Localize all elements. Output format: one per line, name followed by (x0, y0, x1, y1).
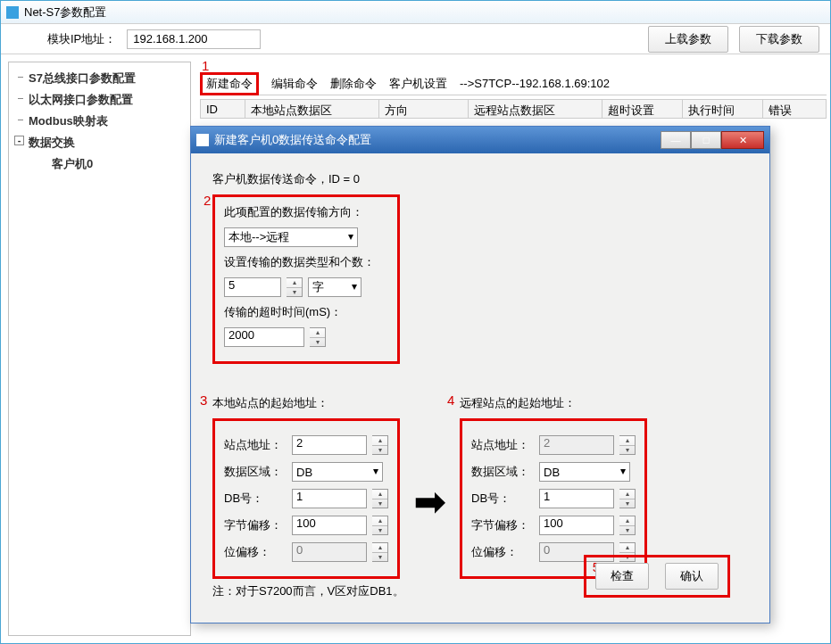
minimize-button[interactable]: — (661, 131, 691, 149)
tree-modbus[interactable]: Modbus映射表 (12, 111, 187, 132)
type-unit-select[interactable]: 字 (308, 277, 361, 297)
dialog-footer: 检查 确认 (584, 555, 730, 598)
command-table-header: ID 本地站点数据区 方向 远程站点数据区 超时设置 执行时间 错误 (200, 99, 827, 119)
dialog-body: 客户机数据传送命令，ID = 0 2 此项配置的数据传输方向： 本地-->远程 … (191, 153, 769, 623)
tree-dataswap[interactable]: - 数据交换 (12, 132, 187, 153)
window-buttons: — □ ✕ (661, 131, 764, 149)
r-db-input[interactable]: 1 (539, 489, 614, 508)
l-bit-spin: ▴▾ (372, 542, 388, 562)
maximize-button[interactable]: □ (691, 131, 721, 149)
close-button[interactable]: ✕ (721, 131, 764, 149)
l-station-spin[interactable]: ▴▾ (372, 435, 388, 455)
r-byte-input[interactable]: 100 (539, 516, 614, 535)
l-byte-spin[interactable]: ▴▾ (372, 516, 388, 535)
th-exec: 执行时间 (683, 100, 763, 118)
r-db-label: DB号： (471, 491, 534, 507)
l-bit-label: 位偏移： (224, 544, 287, 560)
th-remote: 远程站点数据区 (469, 100, 602, 118)
tree-ethernet[interactable]: 以太网接口参数配置 (12, 89, 187, 111)
command-toolbar: 新建命令 编辑命令 删除命令 客户机设置 -->S7TCP--192.168.1… (200, 74, 827, 95)
cmd-new[interactable]: 新建命令 (200, 72, 259, 95)
th-local: 本地站点数据区 (245, 100, 379, 118)
l-db-spin[interactable]: ▴▾ (372, 489, 388, 508)
cmd-client-settings[interactable]: 客户机设置 (389, 76, 447, 92)
th-err: 错误 (763, 100, 826, 118)
l-station-input[interactable]: 2 (292, 435, 367, 455)
type-label: 设置传输的数据类型和个数： (224, 254, 388, 270)
ip-input[interactable]: 192.168.1.200 (127, 29, 261, 49)
l-byte-label: 字节偏移： (224, 517, 287, 533)
r-station-spin: ▴▾ (619, 435, 636, 455)
l-station-label: 站点地址： (224, 437, 287, 453)
address-bar: 模块IP地址： 192.168.1.200 上载参数 下载参数 (1, 24, 830, 54)
type-count-input[interactable]: 5 (224, 277, 281, 297)
l-area-label: 数据区域： (224, 464, 287, 480)
direction-select[interactable]: 本地-->远程 (224, 227, 358, 247)
l-bit-input: 0 (292, 542, 367, 562)
cmd-path: -->S7TCP--192.168.1.69:102 (460, 77, 610, 90)
ok-button[interactable]: 确认 (665, 563, 719, 590)
annotation-1: 1 (202, 58, 209, 73)
local-frame: 站点地址： 2 ▴▾ 数据区域： DB DB号： 1 ▴▾ 字节偏移： 100 … (212, 418, 400, 579)
remote-heading: 远程站点的起始地址： (460, 395, 647, 411)
tree-s7bus[interactable]: S7总线接口参数配置 (12, 68, 187, 89)
dialog-icon (196, 134, 209, 146)
arrow-icon: ➡ (414, 480, 445, 524)
local-address-section: 3 本地站点的起始地址： 站点地址： 2 ▴▾ 数据区域： DB DB号： 1 … (212, 376, 400, 591)
timeout-label: 传输的超时时间(mS)： (224, 304, 388, 320)
th-timeout: 超时设置 (602, 100, 683, 118)
r-byte-spin[interactable]: ▴▾ (619, 516, 636, 535)
new-command-dialog: 新建客户机0数据传送命令配置 — □ ✕ 客户机数据传送命令，ID = 0 2 … (190, 126, 770, 623)
annotation-3: 3 (200, 392, 207, 408)
annotation-4: 4 (447, 392, 454, 408)
dialog-note: 注：对于S7200而言，V区对应DB1。 (212, 583, 404, 599)
tree-dataswap-label: 数据交换 (29, 136, 75, 149)
dialog-titlebar: 新建客户机0数据传送命令配置 — □ ✕ (191, 127, 769, 153)
timeout-spinner[interactable]: ▴▾ (310, 327, 326, 347)
cmd-delete[interactable]: 删除命令 (330, 76, 377, 92)
r-area-label: 数据区域： (471, 464, 534, 480)
tree-toggle-icon[interactable]: - (14, 136, 24, 145)
section-transfer-config: 此项配置的数据传输方向： 本地-->远程 设置传输的数据类型和个数： 5 ▴▾ … (212, 194, 400, 364)
dialog-heading: 客户机数据传送命令，ID = 0 (212, 171, 748, 187)
main-window: Net-S7参数配置 模块IP地址： 192.168.1.200 上载参数 下载… (0, 0, 831, 644)
dialog-title: 新建客户机0数据传送命令配置 (214, 132, 371, 148)
l-db-label: DB号： (224, 491, 287, 507)
r-station-label: 站点地址： (471, 437, 534, 453)
app-icon (6, 6, 19, 19)
l-byte-input[interactable]: 100 (292, 516, 367, 535)
l-area-select[interactable]: DB (292, 462, 383, 482)
direction-label: 此项配置的数据传输方向： (224, 204, 388, 220)
window-titlebar: Net-S7参数配置 (1, 1, 830, 24)
annotation-2: 2 (204, 193, 211, 208)
r-db-spin[interactable]: ▴▾ (619, 489, 636, 508)
ip-label: 模块IP地址： (47, 31, 116, 47)
upload-button[interactable]: 上载参数 (648, 26, 728, 53)
th-dir: 方向 (379, 100, 469, 118)
timeout-input[interactable]: 2000 (224, 327, 304, 347)
l-db-input[interactable]: 1 (292, 489, 367, 508)
r-bit-label: 位偏移： (471, 544, 534, 560)
download-button[interactable]: 下载参数 (739, 26, 819, 53)
type-count-spinner[interactable]: ▴▾ (287, 277, 303, 297)
sidebar-tree: S7总线接口参数配置 以太网接口参数配置 Modbus映射表 - 数据交换 客户… (8, 62, 191, 636)
local-heading: 本地站点的起始地址： (212, 395, 400, 411)
cmd-edit[interactable]: 编辑命令 (271, 76, 318, 92)
window-title: Net-S7参数配置 (24, 4, 106, 21)
tree-client0[interactable]: 客户机0 (12, 153, 187, 175)
r-station-input: 2 (539, 435, 614, 455)
th-id: ID (201, 100, 245, 118)
r-area-select[interactable]: DB (539, 462, 630, 482)
r-byte-label: 字节偏移： (471, 517, 534, 533)
check-button[interactable]: 检查 (595, 563, 649, 590)
